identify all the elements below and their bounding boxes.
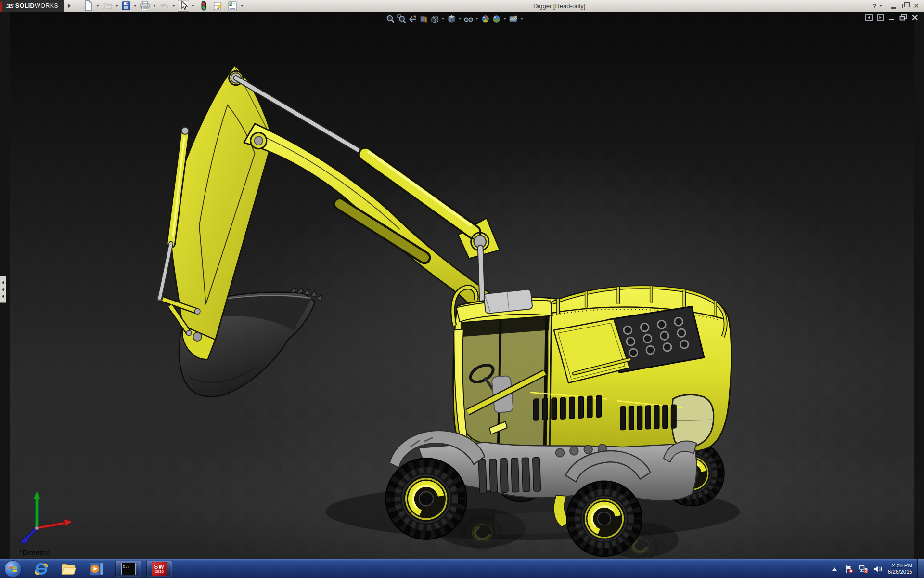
section-view-icon <box>419 14 428 24</box>
new-dropdown-icon[interactable] <box>96 5 99 7</box>
taskbar-media-player[interactable] <box>86 561 107 577</box>
save-button[interactable] <box>121 0 131 12</box>
feature-tree-collapse-tab[interactable] <box>0 276 6 303</box>
zoom-to-area-icon <box>397 14 406 24</box>
command-prompt-icon: C:\_ <box>121 563 136 575</box>
help-button[interactable]: ? <box>873 2 876 10</box>
zoom-to-area-button[interactable] <box>397 14 407 24</box>
apply-scene-button[interactable] <box>491 14 501 24</box>
select-button[interactable] <box>178 0 189 12</box>
pane-collapse-left-icon[interactable] <box>865 14 873 21</box>
close-button[interactable]: ✕ <box>913 2 919 9</box>
show-desktop-button[interactable] <box>917 559 924 578</box>
rebuild-button[interactable] <box>199 0 208 12</box>
view-settings-icon <box>509 14 518 24</box>
folder-icon <box>60 562 77 576</box>
view-orientation-dropdown-icon[interactable] <box>442 18 445 20</box>
save-dropdown-icon[interactable] <box>134 5 137 7</box>
start-button[interactable] <box>4 561 22 577</box>
window-controls: ? ✕ <box>873 2 924 10</box>
hide-show-dropdown-icon[interactable] <box>475 18 478 20</box>
zoom-to-fit-icon <box>386 14 395 24</box>
new-document-icon <box>84 0 93 11</box>
edit-appearance-icon <box>481 14 490 24</box>
view-settings-dropdown-icon[interactable] <box>520 18 523 20</box>
taskbar-internet-explorer[interactable] <box>31 561 52 577</box>
new-button[interactable] <box>83 0 94 12</box>
display-style-dropdown-icon[interactable] <box>459 18 462 20</box>
file-properties-button[interactable] <box>212 0 224 12</box>
save-icon <box>121 1 131 11</box>
open-dropdown-icon[interactable] <box>116 5 118 7</box>
main-toolbar <box>83 0 246 12</box>
previous-view-button[interactable] <box>408 14 418 24</box>
brand-solid: SOLID <box>15 2 35 9</box>
pane-collapse-right-icon[interactable] <box>877 14 884 21</box>
clock-date: 6/26/2015 <box>888 569 912 575</box>
hidden-icons-button[interactable] <box>832 567 837 571</box>
system-tray: 2:28 PM 6/26/2015 <box>832 559 924 578</box>
options-button[interactable] <box>227 0 238 12</box>
solidworks-logo: ЗS SOLIDWORKS <box>0 0 64 12</box>
file-properties-icon <box>213 0 223 11</box>
section-view-button[interactable] <box>419 14 429 24</box>
zoom-to-fit-button[interactable] <box>385 14 396 24</box>
viewport-canvas[interactable]: *Dimetric <box>0 12 924 559</box>
network-button[interactable] <box>859 565 869 574</box>
undo-dropdown-icon[interactable] <box>172 5 175 7</box>
hide-show-items-icon <box>463 14 474 24</box>
hide-show-items-button[interactable] <box>463 14 474 24</box>
restore-button[interactable] <box>902 4 907 8</box>
select-dropdown-icon[interactable] <box>192 5 194 7</box>
doc-close-icon[interactable] <box>911 14 918 21</box>
excavator-body <box>453 286 732 459</box>
taskbar-windows-explorer[interactable] <box>58 561 79 577</box>
doc-minimize-icon[interactable] <box>888 14 895 21</box>
bucket-pivot-pin <box>193 332 202 341</box>
volume-button[interactable] <box>873 565 883 574</box>
collapse-arrow-icon <box>2 294 4 298</box>
chevron-up-icon <box>832 567 837 571</box>
rebuild-traffic-light-icon <box>199 0 208 11</box>
taskbar-solidworks[interactable]: SW 2015 <box>146 561 172 577</box>
view-orientation-icon <box>430 14 439 24</box>
windows-start-icon <box>4 560 22 578</box>
window-title: Digger [Read-only] <box>246 2 873 10</box>
title-bar: ЗS SOLIDWORKS Digge <box>0 0 924 12</box>
cab <box>453 287 552 454</box>
minimize-button[interactable] <box>891 7 896 9</box>
internet-explorer-icon <box>34 561 49 577</box>
speaker-icon <box>873 565 883 574</box>
previous-view-icon <box>408 14 417 24</box>
print-button[interactable] <box>139 0 151 12</box>
open-button[interactable] <box>102 0 113 12</box>
document-window-controls <box>865 14 918 21</box>
print-icon <box>140 1 150 11</box>
undo-icon <box>159 1 169 11</box>
solidworks-app-icon: SW 2015 <box>152 562 167 576</box>
taskbar-clock[interactable]: 2:28 PM 6/26/2015 <box>888 563 912 575</box>
edit-appearance-button[interactable] <box>480 14 490 24</box>
display-style-button[interactable] <box>447 14 457 24</box>
clock-time: 2:28 PM <box>888 563 912 569</box>
apply-scene-icon <box>492 14 501 24</box>
brand-works: WORKS <box>35 2 58 9</box>
help-dropdown-icon[interactable] <box>879 5 882 7</box>
menu-expand-icon[interactable] <box>68 4 71 8</box>
action-center-button[interactable] <box>845 565 854 574</box>
undo-button[interactable] <box>158 0 170 12</box>
view-settings-button[interactable] <box>508 14 518 24</box>
excavator-model <box>0 12 924 559</box>
flag-alert-icon <box>845 565 854 574</box>
open-folder-icon <box>102 1 113 11</box>
taskbar-command-prompt[interactable]: C:\_ <box>116 561 141 577</box>
heads-up-toolbar <box>385 13 525 24</box>
apply-scene-dropdown-icon[interactable] <box>503 18 506 20</box>
collapse-arrow-icon <box>2 281 4 285</box>
doc-restore-icon[interactable] <box>899 14 907 21</box>
select-arrow-icon <box>179 0 188 11</box>
view-orientation-button[interactable] <box>430 14 440 24</box>
options-dropdown-icon[interactable] <box>241 5 244 7</box>
options-checklist-icon <box>227 0 238 11</box>
print-dropdown-icon[interactable] <box>153 5 156 7</box>
